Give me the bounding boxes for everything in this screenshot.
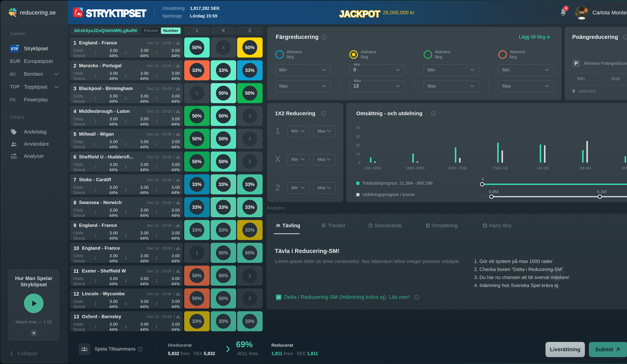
svg-text:JACKPOT: JACKPOT (339, 9, 380, 19)
svg-text:BC: BC (10, 72, 16, 77)
svg-text:PC: PC (10, 97, 16, 102)
svg-text:STRYKTIPSET: STRYKTIPSET (86, 7, 146, 19)
svg-text:STR: STR (11, 47, 18, 51)
